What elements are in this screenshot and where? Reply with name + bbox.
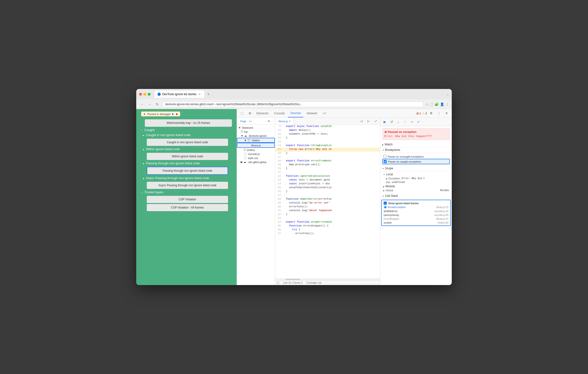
- sources-more-tab[interactable]: >>: [249, 120, 252, 123]
- exception-scope-value: Error: Why did t: [401, 177, 449, 180]
- pause-caught-checkbox[interactable]: [384, 160, 387, 163]
- breakpoints-chevron: [382, 148, 384, 152]
- tree-item-cdn[interactable]: ▶ ☁ cdn.glitch.globa: [237, 160, 275, 164]
- extensions-icon[interactable]: 🧩: [435, 102, 439, 106]
- callstack-item-0[interactable]: 🔷 throwException library.js:15: [383, 205, 449, 209]
- bookmark-icon[interactable]: ☆: [425, 102, 429, 106]
- close-devtools-button[interactable]: ✕: [443, 110, 450, 117]
- back-button[interactable]: ←: [139, 101, 145, 107]
- scope-section-header[interactable]: Scope: [380, 166, 452, 171]
- editor-split[interactable]: ⤢: [372, 118, 379, 125]
- callstack-item-1[interactable]: doWithError mycode.js:18: [383, 209, 449, 213]
- coverage-label: Coverage: n/a: [306, 281, 322, 284]
- async-passing-btn[interactable]: Async Passing through non ignore listed …: [147, 182, 228, 189]
- editor-active-tab[interactable]: library.js ✕: [276, 118, 294, 125]
- close-traffic-light[interactable]: [139, 93, 142, 96]
- sources-page-tab[interactable]: Page: [238, 119, 248, 123]
- code-line-15: 15 throw new Error('Why did th: [275, 148, 380, 152]
- tab-more[interactable]: >>: [321, 109, 329, 118]
- local-section-header[interactable]: Local: [382, 172, 450, 176]
- show-frames-row: ✓ Show ignore-listed frames: [383, 201, 449, 205]
- format-icon[interactable]: { }: [277, 281, 279, 284]
- deactivate-breakpoints[interactable]: ⤢: [415, 119, 421, 125]
- devtools-toolbar: ⬚ ⧉ Elements Console Sources Network >> …: [237, 109, 452, 118]
- tree-item-index[interactable]: ☐ (index): [237, 148, 275, 152]
- settings-button[interactable]: ⚙: [428, 110, 435, 117]
- warn-count: 2: [425, 112, 427, 115]
- caught-btn-1[interactable]: Caught in non ignore listed code: [147, 139, 228, 146]
- editor-nav-forward[interactable]: ▷: [365, 118, 372, 125]
- sidebar-layout-icon[interactable]: ⧉: [268, 119, 270, 123]
- new-tab-button[interactable]: +: [205, 91, 212, 97]
- trusted-section: Trusted types: CSP Violation CSP Violati…: [141, 190, 232, 211]
- refresh-button[interactable]: ↻: [154, 101, 160, 107]
- maximize-traffic-light[interactable]: [148, 93, 151, 96]
- minimize-traffic-light[interactable]: [143, 93, 146, 96]
- csp-btn-2[interactable]: CSP Violation - All frames: [147, 204, 228, 211]
- line-column: Line 15, Column 3: [283, 281, 302, 284]
- tab-console[interactable]: Console: [272, 109, 287, 118]
- forward-button[interactable]: →: [147, 101, 153, 107]
- callstack-section-header[interactable]: Call Stack: [380, 193, 452, 199]
- profile-icon[interactable]: 👤: [440, 102, 444, 106]
- tab-close-button[interactable]: ✕: [198, 93, 201, 96]
- caught-item-2: Within ignore listed code Within ignore …: [143, 147, 232, 160]
- cs-loc-4: (index):83: [438, 221, 448, 224]
- within-ignore-btn[interactable]: Within ignore listed code: [147, 153, 228, 160]
- callstack-item-2[interactable]: (anonymous) mycode.js:89: [383, 213, 449, 217]
- watch-section-header[interactable]: Watch: [380, 142, 452, 147]
- step-out-button[interactable]: ↑: [402, 119, 408, 125]
- step-button[interactable]: ⇢: [409, 119, 415, 125]
- code-line-29: 29 console.log('No error yet': [275, 201, 380, 205]
- pause-uncaught-checkbox[interactable]: [383, 155, 386, 158]
- devtools-mobile-icon[interactable]: ⧉: [246, 110, 253, 117]
- sources-sidebar: Page >> ⧉ ⋮ ▼ Deployed ☐: [237, 118, 275, 285]
- global-value: Window: [394, 189, 449, 192]
- tree-item-mycode-js[interactable]: 📄 mycode.js: [237, 152, 275, 156]
- active-tab[interactable]: 🔵 DevTools ignore list stories ✕: [154, 91, 204, 98]
- tab-network[interactable]: Network: [304, 109, 320, 118]
- code-line-33: 33: [275, 217, 380, 221]
- module-section-header[interactable]: Module: [382, 184, 450, 188]
- horizontal-scrollbar[interactable]: [275, 278, 380, 280]
- this-label: this:: [386, 181, 391, 184]
- tree-item-deployed[interactable]: ▼ Deployed: [237, 126, 275, 130]
- debugger-toolbar: ▶ ↺ ↓ ↑ ⇢ ⤢: [380, 118, 452, 126]
- menu-icon[interactable]: ⋮: [446, 102, 449, 106]
- paused-play-icon[interactable]: ▶: [172, 112, 174, 116]
- sidebar-more-icon[interactable]: ⋮: [271, 119, 273, 123]
- screenshot-icon[interactable]: ⬚: [430, 102, 433, 106]
- code-line-18: 18 export function errorFromRunt: [275, 159, 380, 163]
- tree-item-hidden[interactable]: ▼ ☐ hidden: [237, 138, 275, 143]
- code-editor[interactable]: 9 export async function unsafeS 10 await…: [275, 125, 380, 278]
- breakpoints-section-header[interactable]: Breakpoints: [380, 147, 452, 153]
- cdn-cloud-icon: ☁: [243, 160, 246, 164]
- more-options-button[interactable]: ⋮: [435, 110, 442, 117]
- csp-btn-1[interactable]: CSP Violation: [147, 196, 228, 203]
- folder-icon: ☐: [248, 139, 250, 142]
- tree-item-library-js[interactable]: 📄 library.js: [237, 143, 275, 148]
- code-line-31: 31 console.log('Never happened: [275, 209, 380, 213]
- tree-item-top[interactable]: ☐ top: [237, 130, 275, 134]
- step-over-button[interactable]: ↺: [388, 119, 395, 125]
- address-input[interactable]: [162, 101, 424, 107]
- sources-tab-bar: Page >> ⧉ ⋮: [237, 118, 275, 125]
- tree-item-devtools-ignore[interactable]: ▼ ☁ devtools-ignore: [237, 134, 275, 138]
- tree-item-style-css[interactable]: 📄 style.css: [237, 156, 275, 160]
- show-frames-checkbox[interactable]: ✓: [384, 202, 387, 205]
- editor-tab-close[interactable]: ✕: [289, 120, 291, 122]
- tab-sources[interactable]: Sources: [288, 109, 303, 118]
- editor-nav-back[interactable]: ◁: [358, 118, 365, 125]
- resume-button[interactable]: ▶: [382, 119, 388, 125]
- devtools-cursor-icon[interactable]: ⬚: [239, 110, 245, 117]
- hidden-label: hidden: [252, 139, 260, 142]
- editor-tab-label: library.js: [278, 120, 288, 123]
- passing-through-btn[interactable]: Passing through non ignore listed code: [147, 167, 228, 175]
- step-into-button[interactable]: ↓: [395, 119, 401, 125]
- code-line-27: 27: [275, 194, 380, 198]
- paused-record-icon[interactable]: ⏺: [175, 113, 178, 116]
- callstack-item-3[interactable]: errorWrapper library.js:37: [383, 217, 449, 221]
- code-line-14: 14 export function throwExceptio: [275, 144, 380, 148]
- tab-elements[interactable]: Elements: [254, 109, 271, 118]
- callstack-item-4[interactable]: onclick (index):83: [383, 221, 449, 224]
